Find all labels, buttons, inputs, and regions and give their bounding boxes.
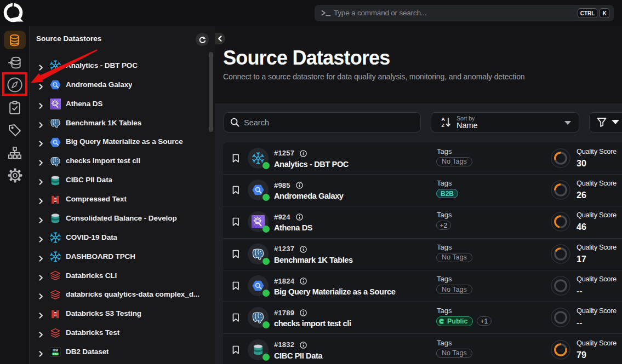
svg-text:A: A (442, 117, 446, 122)
svg-text:Z: Z (442, 123, 445, 128)
svg-text:DB2: DB2 (53, 353, 58, 356)
svg-text:IBM: IBM (53, 349, 58, 352)
